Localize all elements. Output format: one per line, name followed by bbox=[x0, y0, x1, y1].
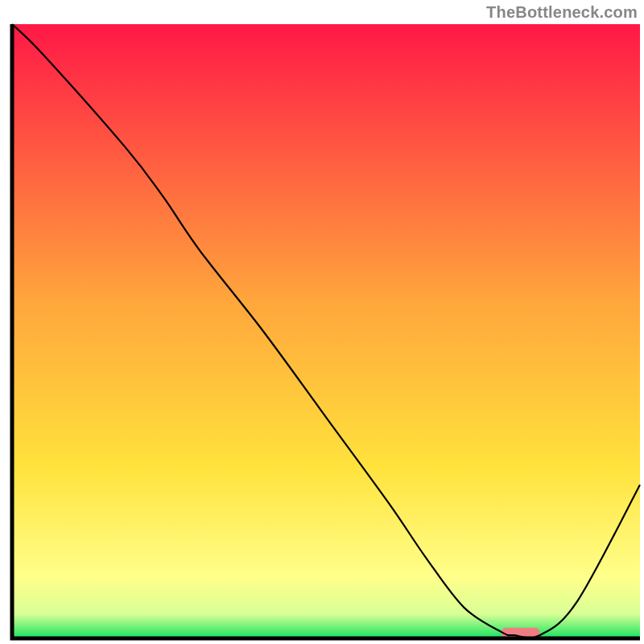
plot-background bbox=[12, 24, 640, 638]
watermark-text: TheBottleneck.com bbox=[486, 3, 638, 22]
bottleneck-chart: TheBottleneck.com bbox=[0, 0, 644, 644]
chart-svg bbox=[0, 0, 644, 644]
